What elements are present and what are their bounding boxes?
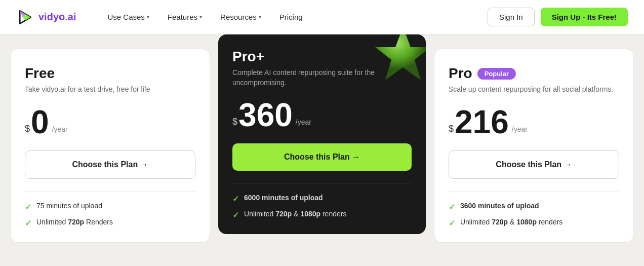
chevron-down-icon: ▾ (199, 14, 202, 20)
price-amount-proplus: 360 (238, 99, 293, 131)
navbar: vidyo.ai Use Cases ▾ Features ▾ Resource… (0, 0, 644, 34)
plan-card-proplus: Pro+ Complete AI content repurposing sui… (218, 34, 426, 234)
feature-item: ✓ 6000 minutes of upload (232, 194, 412, 204)
plan-desc-proplus: Complete AI content repurposing suite fo… (232, 68, 412, 88)
feature-text: Unlimited 720p & 1080p renders (460, 218, 562, 226)
price-amount-free: 0 (31, 106, 49, 138)
feature-item: ✓ 3600 minutes of upload (449, 202, 619, 212)
features-list-proplus: ✓ 6000 minutes of upload ✓ Unlimited 720… (232, 194, 412, 220)
price-dollar-free: $ (25, 124, 30, 134)
plan-name-pro: Pro (449, 65, 472, 82)
chevron-down-icon: ▾ (147, 14, 149, 20)
features-list-pro: ✓ 3600 minutes of upload ✓ Unlimited 720… (449, 202, 619, 228)
divider-pro (449, 191, 619, 192)
check-icon: ✓ (232, 210, 239, 220)
price-dollar-pro: $ (449, 124, 454, 134)
price-row-free: $ 0 /year (25, 106, 195, 138)
feature-item: ✓ Unlimited 720p & 1080p renders (232, 210, 412, 220)
nav-use-cases[interactable]: Use Cases ▾ (101, 9, 156, 25)
plan-title-row-pro: Pro Popular (449, 65, 619, 82)
nav-resources[interactable]: Resources ▾ (213, 9, 268, 25)
signup-button[interactable]: Sign Up - Its Free! (541, 8, 628, 26)
logo-text: vidyo.ai (38, 11, 76, 23)
nav-pricing[interactable]: Pricing (272, 9, 310, 25)
feature-text: 3600 minutes of upload (460, 202, 539, 210)
feature-text: 6000 minutes of upload (244, 194, 323, 202)
plan-card-free: Free Take vidyo.ai for a test drive, fre… (10, 49, 210, 243)
price-dollar-proplus: $ (232, 117, 237, 127)
check-icon: ✓ (449, 218, 455, 228)
choose-plan-free-button[interactable]: Choose this Plan → (25, 150, 195, 179)
plan-card-pro: Pro Popular Scale up content repurposing… (434, 49, 634, 243)
feature-item: ✓ Unlimited 720p & 1080p renders (449, 218, 619, 228)
nav-actions: Sign In Sign Up - Its Free! (488, 8, 628, 26)
feature-item: ✓ 75 minutes of upload (25, 202, 195, 212)
plan-desc-free: Take vidyo.ai for a test drive, free for… (25, 85, 195, 95)
plan-name-proplus: Pro+ (232, 49, 412, 65)
signin-button[interactable]: Sign In (488, 8, 535, 26)
pricing-section: Free Take vidyo.ai for a test drive, fre… (0, 34, 644, 266)
feature-item: ✓ Unlimited 720p Renders (25, 218, 195, 228)
popular-badge: Popular (477, 68, 516, 80)
price-period-pro: /year (512, 125, 528, 133)
plan-desc-pro: Scale up content repurposing for all soc… (449, 85, 619, 95)
check-icon: ✓ (25, 218, 31, 228)
check-icon: ✓ (25, 202, 31, 212)
price-amount-pro: 216 (455, 106, 509, 138)
price-period-free: /year (52, 125, 68, 133)
plan-name-free: Free (25, 65, 195, 82)
choose-plan-proplus-button[interactable]: Choose this Plan → (232, 143, 412, 171)
nav-links: Use Cases ▾ Features ▾ Resources ▾ Prici… (101, 9, 488, 25)
price-row-pro: $ 216 /year (449, 106, 619, 138)
check-icon: ✓ (449, 202, 455, 212)
feature-text: Unlimited 720p Renders (36, 218, 113, 226)
logo-icon (16, 8, 34, 26)
chevron-down-icon: ▾ (259, 14, 261, 20)
choose-plan-pro-button[interactable]: Choose this Plan → (449, 150, 619, 179)
feature-text: Unlimited 720p & 1080p renders (244, 210, 346, 218)
nav-features[interactable]: Features ▾ (160, 9, 209, 25)
features-list-free: ✓ 75 minutes of upload ✓ Unlimited 720p … (25, 202, 195, 228)
feature-text: 75 minutes of upload (36, 202, 102, 210)
divider-free (25, 191, 195, 192)
divider-proplus (232, 183, 412, 183)
check-icon: ✓ (232, 194, 239, 204)
price-row-proplus: $ 360 /year (232, 99, 412, 131)
logo[interactable]: vidyo.ai (16, 8, 76, 26)
price-period-proplus: /year (296, 118, 311, 126)
